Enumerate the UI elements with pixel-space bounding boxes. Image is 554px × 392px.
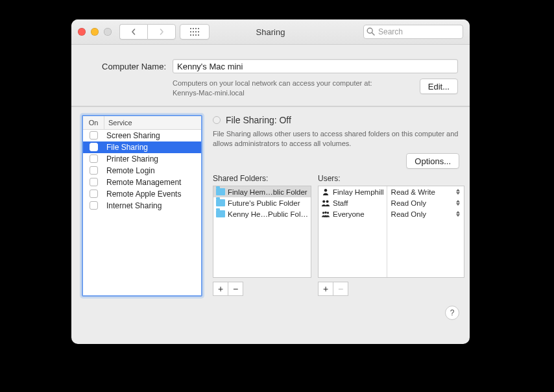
svg-point-18 (324, 212, 327, 214)
permission-stepper[interactable] (456, 200, 460, 206)
add-user-button[interactable]: + (318, 282, 333, 296)
permission-stepper[interactable] (456, 189, 460, 195)
show-all-button[interactable] (180, 24, 210, 40)
shared-folder-label: Finlay Hem…blic Folder (228, 188, 308, 196)
service-row[interactable]: Printer Sharing (83, 153, 201, 165)
permission-row[interactable]: Read Only (387, 197, 464, 208)
search-icon (367, 27, 375, 36)
forward-button[interactable] (147, 24, 176, 40)
shared-folder-label: Kenny He…Public Folder (228, 210, 308, 218)
help-button[interactable]: ? (445, 306, 459, 320)
service-checkbox[interactable] (90, 154, 98, 163)
svg-point-16 (326, 200, 329, 202)
service-checkbox[interactable] (90, 166, 98, 175)
people-icon (321, 199, 330, 207)
minimize-window-button[interactable] (91, 28, 99, 36)
status-title: File Sharing: Off (226, 115, 291, 125)
svg-rect-10 (195, 34, 197, 36)
chevron-up-icon (456, 189, 460, 191)
service-row[interactable]: File Sharing (83, 141, 201, 153)
services-header: On Service (83, 116, 201, 130)
search-input[interactable] (363, 25, 463, 39)
service-row[interactable]: Screen Sharing (83, 130, 201, 141)
search-wrap (363, 25, 463, 39)
permission-label: Read Only (391, 210, 426, 218)
folder-icon (216, 199, 225, 206)
folder-icon (216, 210, 225, 217)
service-checkbox[interactable] (90, 201, 98, 210)
computer-name-row: Computer Name: (71, 45, 470, 79)
service-checkbox[interactable] (90, 143, 98, 151)
add-folder-button[interactable]: + (213, 282, 228, 296)
services-table[interactable]: On Service Screen SharingFile SharingPri… (82, 115, 202, 297)
shared-folder-row[interactable]: Kenny He…Public Folder (213, 208, 311, 219)
user-row[interactable]: Staff (319, 197, 387, 208)
hint-line1: Computers on your local network can acce… (173, 79, 372, 87)
chevron-down-icon (456, 203, 460, 206)
svg-rect-0 (190, 28, 191, 29)
permission-row[interactable]: Read Only (387, 208, 464, 219)
col-on[interactable]: On (83, 116, 104, 129)
window-controls (78, 28, 112, 36)
service-checkbox[interactable] (90, 178, 98, 186)
grid-icon (190, 28, 199, 36)
service-row[interactable]: Remote Apple Events (83, 188, 201, 200)
service-row[interactable]: Remote Management (83, 177, 201, 188)
user-name: Everyone (333, 210, 384, 218)
svg-point-15 (322, 200, 325, 202)
hint-line2: Kennys-Mac-mini.local (173, 89, 245, 97)
computer-name-input[interactable] (173, 59, 458, 73)
edit-hostname-button[interactable]: Edit... (420, 79, 458, 94)
group-icon (321, 210, 330, 218)
user-name: Finlay Hemphill (333, 188, 384, 196)
shared-folders-list[interactable]: Finlay Hem…blic FolderFuture's Public Fo… (213, 186, 311, 278)
remove-user-button[interactable]: − (333, 282, 348, 296)
shared-folder-row[interactable]: Finlay Hem…blic Folder (213, 186, 311, 197)
permission-label: Read Only (391, 199, 426, 207)
users-label: Users: (318, 174, 459, 183)
user-row[interactable]: Everyone (319, 208, 387, 219)
shared-folders-label: Shared Folders: (213, 174, 311, 183)
chevron-down-icon (456, 192, 460, 195)
options-button[interactable]: Options... (406, 153, 459, 169)
user-row[interactable]: Finlay Hemphill (319, 186, 387, 197)
svg-rect-11 (198, 34, 199, 36)
svg-point-17 (322, 212, 324, 214)
svg-rect-2 (195, 28, 197, 29)
service-label: Remote Management (104, 178, 201, 187)
nav-buttons (119, 24, 176, 40)
person-icon (321, 188, 330, 196)
status-row: File Sharing: Off (213, 115, 459, 125)
service-label: Internet Sharing (104, 201, 201, 210)
svg-point-14 (324, 189, 327, 191)
preferences-window: Sharing Computer Name: Computers on your… (71, 19, 470, 344)
chevron-up-icon (456, 200, 460, 202)
computer-name-label: Computer Name: (83, 62, 166, 71)
service-label: Printer Sharing (104, 154, 201, 164)
permission-stepper[interactable] (456, 211, 460, 217)
service-label: Screen Sharing (104, 131, 201, 140)
chevron-down-icon (456, 214, 460, 217)
permission-row[interactable]: Read & Write (387, 186, 464, 197)
service-label: Remote Login (104, 166, 201, 175)
svg-line-13 (372, 32, 374, 35)
svg-rect-4 (190, 31, 191, 32)
service-row[interactable]: Remote Login (83, 165, 201, 177)
shared-folder-row[interactable]: Future's Public Folder (213, 197, 311, 208)
users-add-remove: + − (318, 282, 464, 296)
chevron-right-icon (158, 29, 165, 35)
close-window-button[interactable] (78, 28, 86, 36)
service-row[interactable]: Internet Sharing (83, 200, 201, 212)
svg-rect-9 (193, 34, 194, 36)
back-button[interactable] (119, 24, 147, 40)
users-list[interactable]: Finlay HemphillStaffEveryone Read & Writ… (318, 186, 464, 278)
service-checkbox[interactable] (90, 131, 98, 140)
service-checkbox[interactable] (90, 190, 98, 198)
zoom-window-button[interactable] (104, 28, 112, 36)
chevron-up-icon (456, 211, 460, 214)
permission-label: Read & Write (391, 188, 435, 196)
remove-folder-button[interactable]: − (228, 282, 243, 296)
computer-name-subrow: Computers on your local network can acce… (71, 79, 470, 106)
computer-name-hint: Computers on your local network can acce… (173, 79, 413, 98)
col-service[interactable]: Service (104, 116, 201, 129)
